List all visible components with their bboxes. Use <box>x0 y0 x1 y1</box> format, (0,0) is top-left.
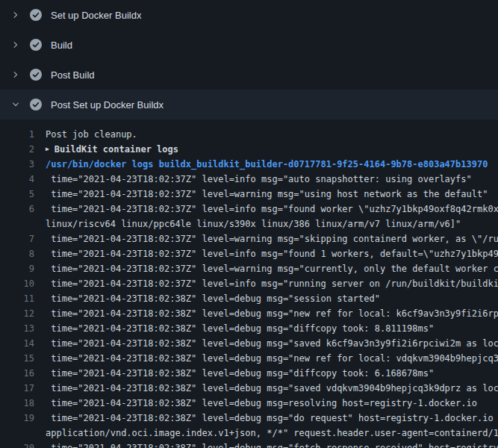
step-title: Build <box>51 40 72 51</box>
log-text: time="2021-04-23T18:02:37Z" level=warnin… <box>46 231 498 246</box>
step-header-set-up-docker-buildx[interactable]: Set up Docker Buildx <box>0 0 498 30</box>
line-number[interactable]: 17 <box>0 381 34 396</box>
log-container: 1Post job cleanup.2▶BuildKit container l… <box>0 119 498 448</box>
log-text: time="2021-04-23T18:02:37Z" level=info m… <box>46 172 472 187</box>
log-text: linux/riscv64 linux/ppc64le linux/s390x … <box>46 217 461 231</box>
step-header-build[interactable]: Build <box>0 30 498 60</box>
log-text: ▶BuildKit container logs <box>46 142 178 157</box>
line-number[interactable]: 11 <box>0 291 34 306</box>
log-text: time="2021-04-23T18:02:37Z" level=warnin… <box>46 261 498 276</box>
step-header-post-build[interactable]: Post Build <box>0 60 498 90</box>
chevron-down-icon <box>11 100 20 109</box>
log-line: 10 time="2021-04-23T18:02:37Z" level=inf… <box>0 276 498 291</box>
log-text: time="2021-04-23T18:02:37Z" level=warnin… <box>46 187 488 202</box>
log-text: time="2021-04-23T18:02:37Z" level=info m… <box>46 276 498 291</box>
log-line: 2▶BuildKit container logs <box>0 142 498 157</box>
check-circle-icon <box>30 99 42 111</box>
log-line-continuation: application/vnd.oci.image.index.v1+json,… <box>0 426 498 441</box>
log-text: time="2021-04-23T18:02:38Z" level=debug … <box>46 366 434 381</box>
log-line: 9 time="2021-04-23T18:02:37Z" level=warn… <box>0 261 498 276</box>
log-line: 5 time="2021-04-23T18:02:37Z" level=warn… <box>0 187 498 202</box>
check-circle-icon <box>30 69 42 81</box>
line-number[interactable]: 10 <box>0 276 34 291</box>
log-line: 12 time="2021-04-23T18:02:38Z" level=deb… <box>0 306 498 321</box>
log-line: 19 time="2021-04-23T18:02:38Z" level=deb… <box>0 411 498 426</box>
log-line: 13 time="2021-04-23T18:02:38Z" level=deb… <box>0 321 498 336</box>
chevron-right-icon <box>11 10 20 19</box>
log-line: 6 time="2021-04-23T18:02:37Z" level=info… <box>0 202 498 217</box>
chevron-right-icon <box>11 40 20 49</box>
command-text: /usr/bin/docker logs buildx_buildkit_bui… <box>46 157 488 172</box>
line-number[interactable]: 7 <box>0 231 34 246</box>
line-number[interactable]: 5 <box>0 187 34 202</box>
log-line: 3/usr/bin/docker logs buildx_buildkit_bu… <box>0 157 498 172</box>
log-line: 8 time="2021-04-23T18:02:37Z" level=info… <box>0 246 498 261</box>
log-text: time="2021-04-23T18:02:38Z" level=debug … <box>46 396 477 411</box>
check-circle-icon <box>30 9 42 21</box>
group-title: BuildKit container logs <box>55 144 178 155</box>
line-number[interactable]: 20 <box>0 441 34 448</box>
log-line: 15 time="2021-04-23T18:02:38Z" level=deb… <box>0 351 498 366</box>
line-number[interactable]: 8 <box>0 246 34 261</box>
step-title: Post Build <box>51 69 95 81</box>
line-number[interactable]: 15 <box>0 351 34 366</box>
log-text: time="2021-04-23T18:02:38Z" level=debug … <box>46 291 380 306</box>
log-line: 18 time="2021-04-23T18:02:38Z" level=deb… <box>0 396 498 411</box>
log-line-continuation: linux/riscv64 linux/ppc64le linux/s390x … <box>0 217 498 231</box>
step-title: Post Set up Docker Buildx <box>51 99 164 111</box>
line-number <box>0 426 34 441</box>
line-number[interactable]: 13 <box>0 321 34 336</box>
line-number[interactable]: 18 <box>0 396 34 411</box>
log-line: 7 time="2021-04-23T18:02:37Z" level=warn… <box>0 231 498 246</box>
line-number[interactable]: 19 <box>0 411 34 426</box>
log-line: 20 time="2021-04-23T18:02:38Z" level=deb… <box>0 441 498 448</box>
log-text: time="2021-04-23T18:02:38Z" level=debug … <box>46 321 434 336</box>
line-number[interactable]: 3 <box>0 157 34 172</box>
log-text: time="2021-04-23T18:02:38Z" level=debug … <box>46 336 498 351</box>
log-line: 17 time="2021-04-23T18:02:38Z" level=deb… <box>0 381 498 396</box>
line-number[interactable]: 14 <box>0 336 34 351</box>
log-text: application/vnd.oci.image.index.v1+json,… <box>46 426 498 441</box>
line-number[interactable]: 4 <box>0 172 34 187</box>
line-number[interactable]: 2 <box>0 142 34 157</box>
log-text: time="2021-04-23T18:02:38Z" level=debug … <box>46 411 498 426</box>
log-line: 1Post job cleanup. <box>0 127 498 142</box>
line-number[interactable]: 16 <box>0 366 34 381</box>
log-text: time="2021-04-23T18:02:38Z" level=debug … <box>46 441 498 448</box>
steps-list: Set up Docker BuildxBuildPost BuildPost … <box>0 0 498 119</box>
workflow-log-panel: Set up Docker BuildxBuildPost BuildPost … <box>0 0 498 448</box>
step-header-post-set-up-docker-buildx[interactable]: Post Set up Docker Buildx <box>0 90 498 119</box>
line-number[interactable]: 9 <box>0 261 34 276</box>
log-line: 14 time="2021-04-23T18:02:38Z" level=deb… <box>0 336 498 351</box>
line-number[interactable]: 1 <box>0 127 34 142</box>
line-number <box>0 217 34 231</box>
step-title: Set up Docker Buildx <box>51 10 141 21</box>
log-line: 4 time="2021-04-23T18:02:37Z" level=info… <box>0 172 498 187</box>
log-text: time="2021-04-23T18:02:38Z" level=debug … <box>46 306 498 321</box>
chevron-right-icon <box>11 70 20 79</box>
log-line: 16 time="2021-04-23T18:02:38Z" level=deb… <box>0 366 498 381</box>
log-text: time="2021-04-23T18:02:37Z" level=info m… <box>46 202 498 217</box>
log-text: time="2021-04-23T18:02:37Z" level=info m… <box>46 246 498 261</box>
check-circle-icon <box>30 39 42 51</box>
log-text: time="2021-04-23T18:02:38Z" level=debug … <box>46 351 498 366</box>
line-number[interactable]: 12 <box>0 306 34 321</box>
group-expander-icon[interactable]: ▶ <box>46 142 49 157</box>
log-text: Post job cleanup. <box>46 127 137 142</box>
log-text: time="2021-04-23T18:02:38Z" level=debug … <box>46 381 498 396</box>
line-number[interactable]: 6 <box>0 202 34 217</box>
log-line: 11 time="2021-04-23T18:02:38Z" level=deb… <box>0 291 498 306</box>
